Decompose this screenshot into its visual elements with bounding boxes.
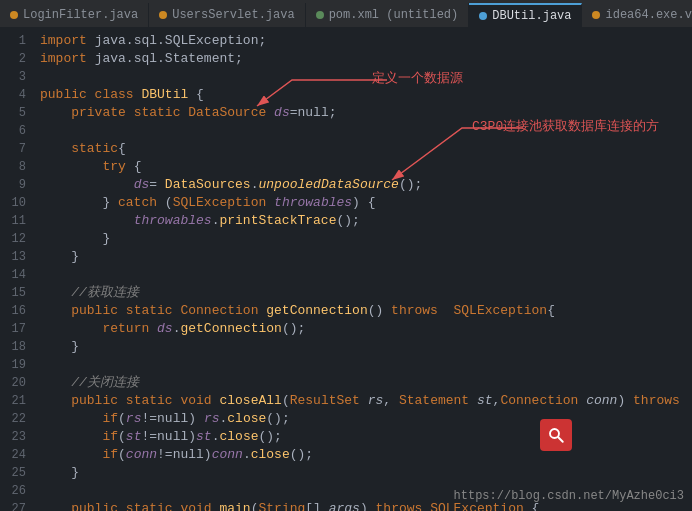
tab-icon-usersservlet bbox=[159, 11, 167, 19]
code-line-17: return ds.getConnection(); bbox=[40, 320, 684, 338]
code-line-2: import java.sql.Statement; bbox=[40, 50, 684, 68]
code-line-8: try { bbox=[40, 158, 684, 176]
tab-pomxml[interactable]: pom.xml (untitled) bbox=[306, 3, 470, 27]
code-line-13: } bbox=[40, 248, 684, 266]
code-line-5: private static DataSource ds=null; bbox=[40, 104, 684, 122]
tab-label-loginfilter: LoginFilter.java bbox=[23, 8, 138, 22]
code-editor: 1 2 3 4 5 6 7 8 9 10 11 12 13 14 15 16 1… bbox=[0, 28, 692, 511]
code-line-7: static{ bbox=[40, 140, 684, 158]
code-line-18: } bbox=[40, 338, 684, 356]
tab-icon-dbutil bbox=[479, 12, 487, 20]
code-line-9: ds= DataSources.unpooledDataSource(); bbox=[40, 176, 684, 194]
code-line-20: //关闭连接 bbox=[40, 374, 684, 392]
code-line-11: throwables.printStackTrace(); bbox=[40, 212, 684, 230]
code-line-22: if(rs!=null) rs.close(); bbox=[40, 410, 684, 428]
tab-icon-pomxml bbox=[316, 11, 324, 19]
code-line-4: public class DBUtil { bbox=[40, 86, 684, 104]
watermark: https://blog.csdn.net/MyAzhe0ci3 bbox=[454, 489, 684, 503]
tab-vmoptions[interactable]: idea64.exe.vmoptions bbox=[582, 3, 692, 27]
code-line-25: } bbox=[40, 464, 684, 482]
tab-bar: LoginFilter.java UsersServlet.java pom.x… bbox=[0, 0, 692, 28]
code-line-14 bbox=[40, 266, 684, 284]
code-line-1: import java.sql.SQLException; bbox=[40, 32, 684, 50]
tab-icon-loginfilter bbox=[10, 11, 18, 19]
search-button[interactable] bbox=[540, 419, 572, 451]
tab-label-usersservlet: UsersServlet.java bbox=[172, 8, 294, 22]
tab-loginfilter[interactable]: LoginFilter.java bbox=[0, 3, 149, 27]
tab-label-dbutil: DBUtil.java bbox=[492, 9, 571, 23]
code-line-3 bbox=[40, 68, 684, 86]
code-line-10: } catch (SQLException throwables) { bbox=[40, 194, 684, 212]
tab-dbutil[interactable]: DBUtil.java bbox=[469, 3, 582, 27]
code-line-15: //获取连接 bbox=[40, 284, 684, 302]
code-line-12: } bbox=[40, 230, 684, 248]
svg-line-2 bbox=[558, 437, 563, 442]
code-line-24: if(conn!=null)conn.close(); bbox=[40, 446, 684, 464]
tab-usersservlet[interactable]: UsersServlet.java bbox=[149, 3, 305, 27]
code-line-23: if(st!=null)st.close(); bbox=[40, 428, 684, 446]
code-content: import java.sql.SQLException; import jav… bbox=[32, 28, 692, 511]
code-line-21: public static void closeAll(ResultSet rs… bbox=[40, 392, 684, 410]
watermark-text: https://blog.csdn.net/MyAzhe0ci3 bbox=[454, 489, 684, 503]
code-line-19 bbox=[40, 356, 684, 374]
tab-icon-vmoptions bbox=[592, 11, 600, 19]
tab-label-pomxml: pom.xml (untitled) bbox=[329, 8, 459, 22]
code-line-6 bbox=[40, 122, 684, 140]
tab-label-vmoptions: idea64.exe.vmoptions bbox=[605, 8, 692, 22]
search-icon bbox=[547, 426, 565, 444]
code-line-16: public static Connection getConnection()… bbox=[40, 302, 684, 320]
line-numbers: 1 2 3 4 5 6 7 8 9 10 11 12 13 14 15 16 1… bbox=[0, 28, 32, 511]
